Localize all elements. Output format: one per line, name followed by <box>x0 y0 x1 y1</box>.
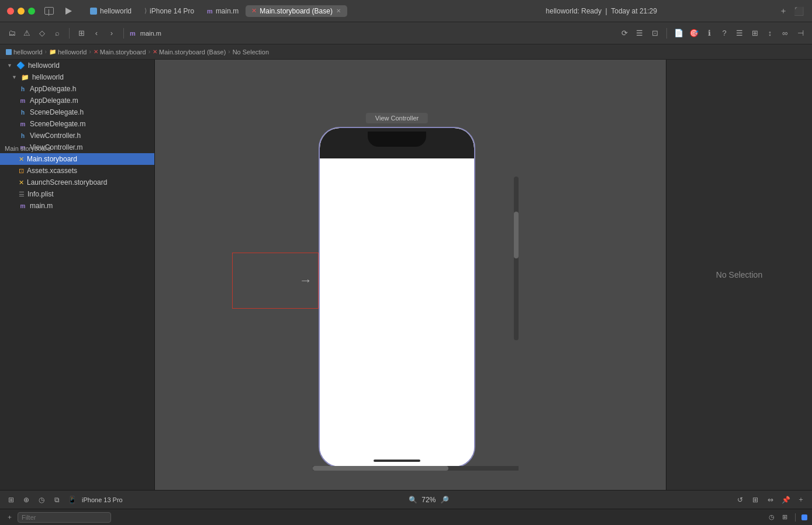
add-target-icon[interactable]: 🎯 <box>688 27 700 39</box>
close-button[interactable] <box>7 8 14 15</box>
add-tab-icon[interactable]: ＋ <box>777 5 790 18</box>
sidebar-item-launch-storyboard[interactable]: ✕ LaunchScreen.storyboard <box>0 177 154 188</box>
warning-icon[interactable]: ⚠ <box>21 27 33 39</box>
toolbar-sep-3 <box>666 28 667 39</box>
sidebar-item-appdelegate-m[interactable]: m AppDelegate.m <box>0 95 154 106</box>
sidebar-file-appdelegate-h: AppDelegate.h <box>30 85 76 93</box>
breadcrumb-label-3: Main.storyboard <box>100 49 146 56</box>
sidebar-item-info-plist[interactable]: ☰ Info.plist <box>0 188 154 200</box>
sidebar-item-main-storyboard[interactable]: ✕ Main.storyboard <box>0 153 154 165</box>
phone-mockup <box>319 127 475 468</box>
connections-icon[interactable]: ↕ <box>764 27 776 39</box>
sidebar-toggle-icon[interactable] <box>44 7 54 15</box>
attributes-icon[interactable]: ☰ <box>734 27 745 39</box>
refresh-icon-2[interactable]: ↺ <box>735 495 745 505</box>
add-objects-icon[interactable]: ＋ <box>796 495 806 505</box>
tab-close-icon[interactable]: ✕ <box>336 8 341 14</box>
clock-icon[interactable]: ◷ <box>36 495 47 505</box>
status-text: helloworld: Ready <box>546 7 602 15</box>
tab-helloworld-label: helloworld <box>100 7 132 15</box>
new-file-icon[interactable]: 📄 <box>673 27 685 39</box>
h-file-icon: h <box>19 86 27 92</box>
m-file-icon-5: m <box>19 203 27 209</box>
sidebar-item-root[interactable]: ▼ 🔷 helloworld <box>0 60 154 71</box>
refresh-icon[interactable]: ⟳ <box>618 27 630 39</box>
breadcrumb-helloworld-proj[interactable]: helloworld <box>6 49 43 56</box>
sidebar-item-viewcontroller-h[interactable]: h ViewController.h <box>0 130 154 141</box>
tab-main-m-label: main.m <box>216 7 239 15</box>
diamond-icon[interactable]: ◇ <box>36 27 48 39</box>
sidebar-item-main-m[interactable]: m main.m <box>0 200 154 212</box>
pin-icon[interactable]: 📌 <box>780 495 791 505</box>
history-icon[interactable]: ◷ <box>767 513 776 522</box>
canvas-scrollbar-horizontal[interactable] <box>313 466 519 471</box>
device-label: iPhone 13 Pro <box>82 496 123 503</box>
constraint-icon[interactable]: ⇔ <box>765 495 776 505</box>
zoom-in-icon[interactable]: 🔎 <box>439 495 450 505</box>
tab-main-m[interactable]: m main.m <box>201 5 244 17</box>
canvas-scrollbar-vertical[interactable] <box>514 177 519 340</box>
fullscreen-button[interactable] <box>28 8 35 15</box>
project-icon: 🔷 <box>16 61 25 70</box>
breadcrumb-label-2: helloworld <box>58 49 87 56</box>
editor-area[interactable]: → View Controller <box>155 60 666 490</box>
storyboard-x-icon: ✕ <box>251 7 257 15</box>
phone-notch-area <box>320 128 474 158</box>
group-disclosure-icon: ▼ <box>12 74 17 80</box>
size-inspector-icon[interactable]: ⊞ <box>749 27 761 39</box>
minimize-button[interactable] <box>18 8 25 15</box>
search-icon[interactable]: ⌕ <box>51 27 63 39</box>
build-status-dot <box>801 514 807 520</box>
scrollbar-thumb <box>514 212 519 258</box>
play-button[interactable] <box>62 5 75 18</box>
breadcrumb-main-storyboard[interactable]: ✕ Main.storyboard <box>94 49 146 56</box>
view-options-icon[interactable]: ⊞ <box>780 513 789 522</box>
nav-forward-icon[interactable]: › <box>106 27 118 39</box>
tab-bar: helloworld ⟩ iPhone 14 Pro m main.m ✕ Ma… <box>84 5 426 17</box>
info-icon[interactable]: ℹ <box>703 27 715 39</box>
add-file-icon[interactable]: ＋ <box>5 513 14 522</box>
entry-point-indicator: → <box>232 253 319 309</box>
sidebar-file-main-storyboard: Main.storyboard <box>27 155 77 163</box>
storyboard-icon: ✕ <box>19 156 24 163</box>
sidebar-item-scenedelegate-m[interactable]: m SceneDelegate.m <box>0 118 154 130</box>
grid-icon[interactable]: ⊞ <box>750 495 761 505</box>
breadcrumb-sep-3: › <box>148 49 150 55</box>
folder-icon[interactable]: 🗂 <box>6 27 18 39</box>
phone-mockup-container[interactable]: View Controller <box>319 112 475 468</box>
add-scene-icon[interactable]: ⊕ <box>21 495 32 505</box>
launch-storyboard-icon: ✕ <box>19 179 24 186</box>
sidebar-group-helloworld[interactable]: ▼ 📁 helloworld <box>0 71 154 83</box>
back-forward-nav-icon[interactable]: ⊞ <box>6 495 16 505</box>
sidebar-item-appdelegate-h[interactable]: h AppDelegate.h <box>0 83 154 95</box>
main-content: ▼ 🔷 helloworld ▼ 📁 helloworld h AppDeleg… <box>0 60 812 490</box>
split-view-icon[interactable]: ⬛ <box>792 5 805 18</box>
tab-helloworld[interactable]: helloworld <box>84 5 137 17</box>
phone-icon[interactable]: 📱 <box>67 495 77 505</box>
zoom-out-icon[interactable]: 🔍 <box>407 495 418 505</box>
traffic-lights <box>7 8 35 15</box>
help-icon[interactable]: ? <box>718 27 730 39</box>
filter-input[interactable] <box>18 512 111 523</box>
devices-icon[interactable]: ⧉ <box>51 495 62 505</box>
sidebar-item-assets[interactable]: ⊡ Assets.xcassets <box>0 165 154 177</box>
breadcrumb-main-storyboard-base[interactable]: ✕ Main.storyboard (Base) <box>153 49 226 56</box>
nav-back-icon[interactable]: ‹ <box>91 27 102 39</box>
entry-arrow-icon: → <box>299 273 312 288</box>
zoom-percent-label: 72% <box>421 496 436 504</box>
storyboard-view-icon[interactable]: ⊞ <box>75 27 87 39</box>
breadcrumb-helloworld-group[interactable]: 📁 helloworld <box>49 49 87 56</box>
list-icon[interactable]: ☰ <box>634 27 645 39</box>
breadcrumb-folder-icon: 📁 <box>49 49 56 55</box>
panel-toggle-icon[interactable]: ⊡ <box>649 27 661 39</box>
sidebar-item-scenedelegate-h[interactable]: h SceneDelegate.h <box>0 106 154 118</box>
breadcrumb-storyboard-base-icon: ✕ <box>153 49 157 55</box>
phone-home-bar <box>374 460 420 462</box>
m-file-icon-3: m <box>19 121 27 127</box>
tab-helloworld-2[interactable]: ⟩ iPhone 14 Pro <box>139 5 200 17</box>
bindings-icon[interactable]: ∞ <box>779 27 791 39</box>
right-panel-icon[interactable]: ⊣ <box>794 27 806 39</box>
right-panel: No Selection <box>666 60 812 490</box>
tab-main-storyboard[interactable]: ✕ Main.storyboard (Base) ✕ <box>246 5 347 17</box>
sidebar-item-viewcontroller-m[interactable]: m ViewController.m <box>0 141 154 153</box>
